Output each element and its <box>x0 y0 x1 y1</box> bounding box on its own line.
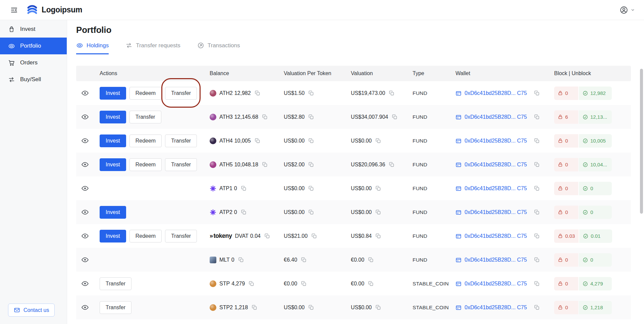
copy-icon[interactable] <box>533 232 540 239</box>
token-type: FUND <box>413 138 427 144</box>
copy-icon[interactable] <box>533 209 540 216</box>
valuation: US$0.00 <box>351 305 372 311</box>
copy-icon[interactable] <box>237 256 245 263</box>
user-menu[interactable] <box>620 6 635 14</box>
transfer-button[interactable]: Transfer <box>100 277 131 290</box>
contact-us-button[interactable]: Contact us <box>8 304 55 317</box>
wallet-address-link[interactable]: 0xD6c41bd25B28D... C75 <box>465 257 527 263</box>
copy-icon[interactable] <box>533 113 540 120</box>
copy-icon[interactable] <box>308 113 315 120</box>
copy-icon[interactable] <box>261 113 268 120</box>
copy-icon[interactable] <box>367 280 374 287</box>
copy-icon[interactable] <box>375 304 382 311</box>
copy-icon[interactable] <box>264 232 271 239</box>
copy-icon[interactable] <box>308 185 315 192</box>
transfer-button[interactable]: Transfer <box>165 87 197 100</box>
copy-icon[interactable] <box>311 232 318 239</box>
transfer-button[interactable]: Transfer <box>165 134 197 147</box>
wallet-address-link[interactable]: 0xD6c41bd25B28D... C75 <box>465 185 527 192</box>
invest-button[interactable]: Invest <box>100 87 126 100</box>
eye-icon[interactable] <box>80 231 90 240</box>
sidebar-item-portfolio[interactable]: Portfolio <box>0 38 67 54</box>
copy-icon[interactable] <box>254 90 261 97</box>
tab-transactions[interactable]: Transactions <box>197 42 240 54</box>
transfer-button[interactable]: Transfer <box>129 111 161 123</box>
copy-icon[interactable] <box>308 209 315 216</box>
copy-icon[interactable] <box>308 90 315 97</box>
copy-icon[interactable] <box>308 161 315 168</box>
invest-button[interactable]: Invest <box>100 111 126 123</box>
wallet-address-link[interactable]: 0xD6c41bd25B28D... C75 <box>465 114 527 120</box>
vertical-scrollbar[interactable] <box>640 69 643 214</box>
eye-icon[interactable] <box>80 303 90 312</box>
redeem-button[interactable]: Redeem <box>129 87 162 100</box>
copy-icon[interactable] <box>248 280 255 287</box>
invest-button[interactable]: Invest <box>100 158 126 171</box>
sidebar-item-orders[interactable]: Orders <box>0 54 67 71</box>
copy-icon[interactable] <box>533 256 540 263</box>
tab-transfer-requests[interactable]: Transfer requests <box>125 42 180 54</box>
transfer-button[interactable]: Transfer <box>165 230 197 242</box>
copy-icon[interactable] <box>388 90 395 97</box>
wallet-address-link[interactable]: 0xD6c41bd25B28D... C75 <box>465 138 527 144</box>
unblock-badge: 0 <box>579 253 612 267</box>
eye-icon[interactable] <box>80 89 90 98</box>
token-wordmark-text: tokeny <box>214 232 232 239</box>
copy-icon[interactable] <box>533 304 540 311</box>
copy-icon[interactable] <box>251 304 258 311</box>
copy-icon[interactable] <box>240 209 247 216</box>
copy-icon[interactable] <box>391 113 398 120</box>
invest-button[interactable]: Invest <box>100 134 126 147</box>
copy-icon[interactable] <box>533 137 540 144</box>
eye-icon[interactable] <box>80 184 90 193</box>
block-badge: 0 <box>554 206 578 219</box>
valuation-per-token: US$1.50 <box>284 90 305 96</box>
copy-icon[interactable] <box>254 137 261 144</box>
token-symbol: DVAT <box>235 233 249 239</box>
sidebar-item-buy-sell[interactable]: Buy/Sell <box>0 71 67 88</box>
eye-icon[interactable] <box>80 136 90 145</box>
sidebar-toggle-icon[interactable] <box>9 5 19 15</box>
eye-icon[interactable] <box>80 112 90 121</box>
wallet-icon <box>455 138 462 144</box>
eye-icon[interactable] <box>80 255 90 264</box>
redeem-button[interactable]: Redeem <box>129 134 162 147</box>
wallet-address-link[interactable]: 0xD6c41bd25B28D... C75 <box>465 305 527 311</box>
copy-icon[interactable] <box>261 161 268 168</box>
wallet-address-link[interactable]: 0xD6c41bd25B28D... C75 <box>465 162 527 168</box>
copy-icon[interactable] <box>533 161 540 168</box>
copy-icon[interactable] <box>388 161 395 168</box>
eye-icon[interactable] <box>80 279 90 288</box>
copy-icon[interactable] <box>533 90 540 97</box>
invest-button[interactable]: Invest <box>100 206 126 219</box>
invest-button[interactable]: Invest <box>100 230 126 242</box>
copy-icon[interactable] <box>375 137 382 144</box>
redeem-button[interactable]: Redeem <box>129 158 162 171</box>
copy-icon[interactable] <box>375 232 382 239</box>
copy-icon[interactable] <box>300 256 307 263</box>
check-circle-icon <box>583 114 588 120</box>
sidebar-item-invest[interactable]: Invest <box>0 21 67 38</box>
copy-icon[interactable] <box>367 256 374 263</box>
tab-holdings[interactable]: Holdings <box>76 42 109 54</box>
transfer-button[interactable]: Transfer <box>165 158 197 171</box>
eye-icon[interactable] <box>80 160 90 169</box>
copy-icon[interactable] <box>240 185 247 192</box>
eye-icon[interactable] <box>80 208 90 217</box>
copy-icon[interactable] <box>375 209 382 216</box>
wallet-address-link[interactable]: 0xD6c41bd25B28D... C75 <box>465 209 527 215</box>
copy-icon[interactable] <box>308 304 315 311</box>
block-unblock-badges: 01,218 <box>554 301 612 314</box>
copy-icon[interactable] <box>533 280 540 287</box>
wallet-address-link[interactable]: 0xD6c41bd25B28D... C75 <box>465 281 527 287</box>
copy-icon[interactable] <box>375 185 382 192</box>
block-badge: 0.03 <box>554 229 579 243</box>
wallet-address-link[interactable]: 0xD6c41bd25B28D... C75 <box>465 233 527 239</box>
wallet-address-link[interactable]: 0xD6c41bd25B28D... C75 <box>465 90 527 96</box>
copy-icon[interactable] <box>308 137 315 144</box>
copy-icon[interactable] <box>300 280 307 287</box>
copy-icon[interactable] <box>533 185 540 192</box>
redeem-button[interactable]: Redeem <box>129 230 162 242</box>
transfer-button[interactable]: Transfer <box>100 301 131 314</box>
token-icon <box>210 138 216 144</box>
